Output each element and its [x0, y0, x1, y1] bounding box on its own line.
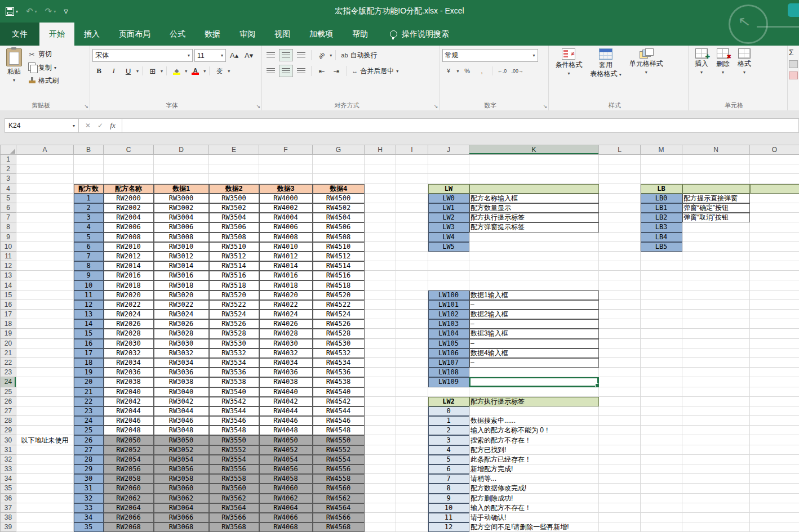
cell-M16[interactable]: [641, 299, 682, 309]
recipe-cell[interactable]: RW4544: [313, 406, 365, 415]
fill-handle[interactable]: [595, 383, 599, 387]
cell-N25[interactable]: [682, 387, 750, 396]
recipe-index[interactable]: 12: [74, 299, 104, 309]
recipe-index[interactable]: 32: [74, 493, 104, 503]
paste-dropdown-icon[interactable]: ▾: [13, 77, 15, 84]
cell-H5[interactable]: [365, 193, 396, 203]
column-header-C[interactable]: C: [104, 145, 154, 155]
cell-N8[interactable]: [682, 222, 750, 232]
recipe-cell[interactable]: RW4008: [259, 232, 313, 242]
recipe-cell[interactable]: RW3006: [154, 222, 209, 232]
cell-M11[interactable]: [641, 251, 682, 261]
phonetic-guide-button[interactable]: 变: [213, 65, 226, 77]
wrap-text-button[interactable]: ab自动换行: [339, 50, 379, 61]
cell-O7[interactable]: [750, 213, 799, 222]
cell-H35[interactable]: [365, 484, 396, 493]
cell-O22[interactable]: [750, 357, 799, 367]
cell-H1[interactable]: [365, 155, 396, 164]
cell-L37[interactable]: [599, 503, 641, 512]
cell-J13[interactable]: [428, 271, 469, 280]
cell-A12[interactable]: [16, 261, 74, 271]
paste-button[interactable]: 粘贴 ▾: [2, 47, 26, 86]
cell-I9[interactable]: [396, 232, 428, 242]
cell-I32[interactable]: [396, 454, 428, 464]
cell-K10[interactable]: [469, 242, 599, 251]
cell-I16[interactable]: [396, 299, 428, 309]
recipe-index[interactable]: 35: [74, 522, 104, 532]
recipe-cell[interactable]: RW3064: [154, 503, 209, 512]
recipe-index[interactable]: 13: [74, 310, 104, 319]
recipe-cell[interactable]: RW4554: [313, 454, 365, 464]
lw-desc[interactable]: 数据1输入框: [469, 290, 599, 299]
insert-cells-button[interactable]: ✚ 插入 ▾: [691, 47, 712, 78]
cell-A36[interactable]: [16, 493, 74, 503]
phonetic-dropdown-icon[interactable]: ▾: [228, 69, 230, 74]
cell-K24[interactable]: [469, 377, 599, 387]
cell-H15[interactable]: [365, 290, 396, 299]
delete-cells-button[interactable]: ✖ 删除 ▾: [712, 47, 734, 78]
lw-desc[interactable]: 配方数量显示: [469, 203, 599, 212]
recipe-cell[interactable]: RW2024: [104, 310, 154, 319]
recipe-index[interactable]: 4: [74, 222, 104, 232]
cell-E2[interactable]: [209, 164, 259, 174]
cell-M3[interactable]: [641, 174, 682, 184]
row-header-18[interactable]: 18: [1, 319, 16, 329]
recipe-index[interactable]: 6: [74, 242, 104, 251]
cell-A15[interactable]: [16, 290, 74, 299]
cell-N35[interactable]: [682, 484, 750, 493]
cell-M36[interactable]: [641, 493, 682, 503]
row-header-25[interactable]: 25: [1, 387, 16, 396]
recipe-cell[interactable]: RW3564: [209, 503, 259, 512]
column-header-N[interactable]: N: [682, 145, 750, 155]
lw-code[interactable]: LW0: [428, 193, 469, 203]
cell-H13[interactable]: [365, 271, 396, 280]
recipe-cell[interactable]: RW2038: [104, 377, 154, 387]
row-header-37[interactable]: 37: [1, 503, 16, 512]
cell-I35[interactable]: [396, 484, 428, 493]
recipe-cell[interactable]: RW2066: [104, 512, 154, 522]
cell-A1[interactable]: [16, 155, 74, 164]
row-header-30[interactable]: 30: [1, 435, 16, 445]
cell-L5[interactable]: [599, 193, 641, 203]
cell-N16[interactable]: [682, 299, 750, 309]
cell-H31[interactable]: [365, 445, 396, 454]
recipe-cell[interactable]: RW3050: [154, 435, 209, 445]
decrease-font-size-button[interactable]: A▾: [242, 50, 255, 61]
copy-button[interactable]: 复制▾: [26, 62, 60, 73]
recipe-index[interactable]: 24: [74, 416, 104, 426]
cell-I3[interactable]: [396, 174, 428, 184]
recipe-cell[interactable]: RW4006: [259, 222, 313, 232]
recipe-cell[interactable]: RW4516: [313, 271, 365, 280]
conditional-formatting-button[interactable]: 条件格式 ▾: [551, 47, 586, 79]
recipe-cell[interactable]: RW3540: [209, 387, 259, 396]
cell-A8[interactable]: [16, 222, 74, 232]
recipe-cell[interactable]: RW2034: [104, 357, 154, 367]
recipe-cell[interactable]: RW3550: [209, 435, 259, 445]
cell-H10[interactable]: [365, 242, 396, 251]
recipe-cell[interactable]: RW2048: [104, 426, 154, 435]
row-header-10[interactable]: 10: [1, 242, 16, 251]
tab-view[interactable]: 视图: [265, 23, 300, 46]
recipe-cell[interactable]: RW2026: [104, 319, 154, 329]
cell-A31[interactable]: [16, 445, 74, 454]
cell-H22[interactable]: [365, 357, 396, 367]
accounting-format-button[interactable]: ¥: [442, 65, 455, 77]
recipe-index[interactable]: 34: [74, 512, 104, 522]
cell-I38[interactable]: [396, 512, 428, 522]
recipe-index[interactable]: 5: [74, 232, 104, 242]
cell-M34[interactable]: [641, 474, 682, 484]
recipe-cell[interactable]: RW3056: [154, 464, 209, 474]
cell-M27[interactable]: [641, 406, 682, 415]
cell-O3[interactable]: [750, 174, 799, 184]
cell-A3[interactable]: [16, 174, 74, 184]
cell-M37[interactable]: [641, 503, 682, 512]
recipe-cell[interactable]: RW3004: [154, 213, 209, 222]
cell-H9[interactable]: [365, 232, 396, 242]
recipe-index[interactable]: 18: [74, 357, 104, 367]
row-header-22[interactable]: 22: [1, 357, 16, 367]
cell-L23[interactable]: [599, 368, 641, 377]
recipe-cell[interactable]: RW3038: [154, 377, 209, 387]
cell-O11[interactable]: [750, 251, 799, 261]
recipe-cell[interactable]: RW3532: [209, 348, 259, 357]
recipe-cell[interactable]: RW4522: [313, 299, 365, 309]
